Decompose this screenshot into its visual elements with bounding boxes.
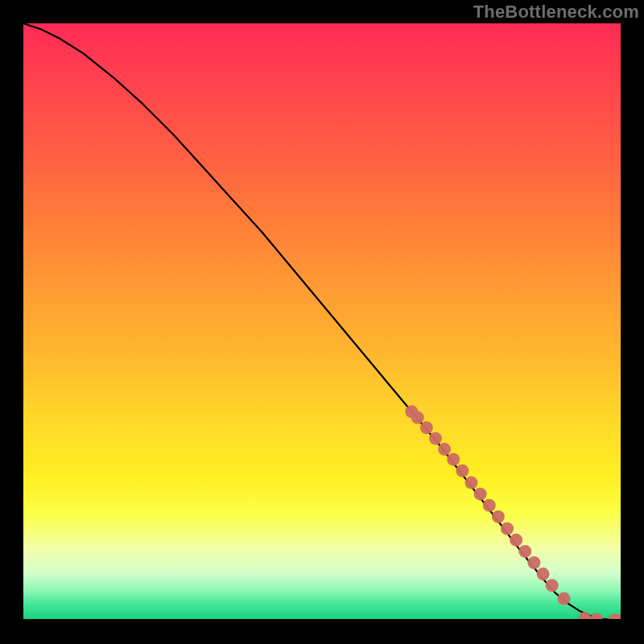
baseline — [23, 619, 621, 621]
marker-point — [411, 411, 424, 424]
chart-svg — [23, 23, 621, 621]
marker-point — [456, 464, 469, 477]
marker-point — [438, 443, 451, 456]
marker-point — [518, 545, 531, 558]
marker-point — [510, 534, 522, 547]
curve-line — [23, 23, 621, 620]
watermark-text: TheBottleneck.com — [473, 2, 639, 23]
marker-point — [537, 568, 550, 580]
scatter-markers — [405, 405, 621, 621]
marker-point — [429, 432, 442, 445]
marker-point — [465, 477, 478, 489]
marker-point — [527, 556, 540, 569]
marker-point — [558, 592, 571, 605]
marker-point — [474, 488, 487, 501]
marker-point — [501, 522, 514, 535]
marker-point — [483, 499, 496, 512]
marker-point — [492, 510, 505, 523]
chart-frame: TheBottleneck.com — [0, 0, 644, 644]
marker-point — [447, 453, 460, 466]
marker-point — [420, 421, 433, 434]
marker-point — [546, 579, 559, 592]
